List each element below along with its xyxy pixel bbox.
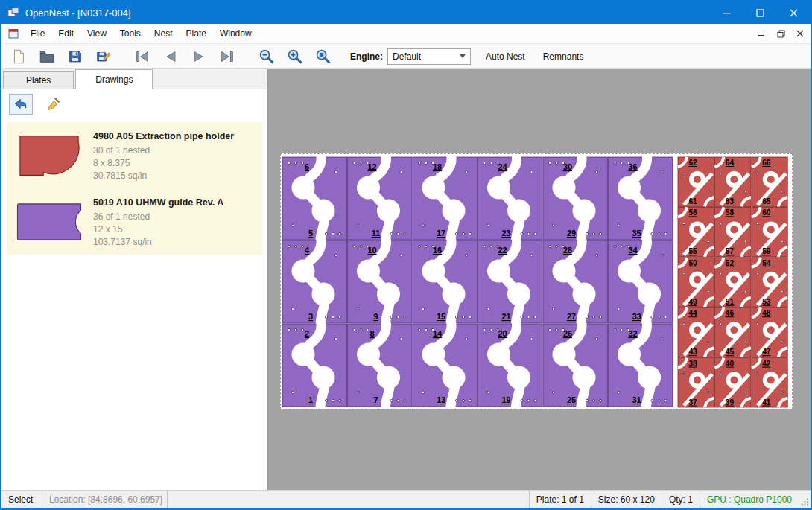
- close-button[interactable]: [777, 1, 811, 24]
- nested-part-pair[interactable]: 3635: [609, 157, 673, 240]
- zoom-in-button[interactable]: [283, 46, 305, 67]
- new-file-button[interactable]: [7, 46, 30, 67]
- drawing-list: 4980 A05 Extraction pipe holder 30 of 1 …: [7, 122, 262, 255]
- nested-part-pair[interactable]: 4241: [752, 358, 787, 407]
- nest-canvas[interactable]: 6512111817242330293635431091615222128273…: [268, 69, 811, 490]
- nested-part-pair[interactable]: 2221: [478, 240, 543, 323]
- plate[interactable]: 6512111817242330293635431091615222128273…: [280, 153, 793, 409]
- nested-part-pair[interactable]: 5251: [714, 258, 750, 307]
- part-number-label: 57: [726, 247, 735, 255]
- nested-part-pair[interactable]: 109: [348, 240, 413, 323]
- nested-part-pair[interactable]: 5857: [714, 207, 750, 256]
- tab-drawings[interactable]: Drawings: [75, 69, 153, 89]
- part-number-label: 13: [437, 395, 445, 404]
- nested-part-pair[interactable]: 2423: [478, 157, 543, 240]
- zoom-out-button[interactable]: [255, 46, 277, 67]
- engine-select[interactable]: Default: [387, 48, 471, 65]
- nested-part-pair[interactable]: 1413: [413, 324, 478, 407]
- chevron-down-icon: [460, 54, 466, 58]
- part-number-label: 32: [628, 329, 637, 338]
- nav-prev-button[interactable]: [159, 46, 182, 67]
- zoom-fit-icon: [314, 48, 332, 65]
- mdi-close-button[interactable]: [794, 28, 806, 39]
- nest-drawing[interactable]: 6512111817242330293635431091615222128273…: [281, 154, 792, 409]
- nested-part-pair[interactable]: 2019: [478, 324, 543, 407]
- maximize-button[interactable]: [743, 1, 777, 24]
- nav-first-button[interactable]: [131, 46, 153, 67]
- broom-button[interactable]: [42, 94, 66, 115]
- save-as-button[interactable]: [92, 46, 115, 67]
- nested-part-pair[interactable]: 1615: [413, 240, 478, 323]
- menu-item-file[interactable]: File: [24, 24, 51, 43]
- nested-part-pair[interactable]: 65: [282, 157, 347, 240]
- nested-part-pair[interactable]: 21: [282, 324, 347, 407]
- left-arrow-button[interactable]: [9, 94, 33, 115]
- minimize-button[interactable]: [710, 1, 743, 24]
- part-number-label: 34: [628, 246, 638, 255]
- broom-icon: [46, 97, 61, 112]
- nested-part-pair[interactable]: 3231: [609, 324, 673, 407]
- sidebar-tabs: Plates Drawings: [1, 69, 267, 89]
- nested-part-pair[interactable]: 5655: [678, 207, 714, 256]
- nested-part-pair[interactable]: 3433: [609, 240, 673, 323]
- floppy-icon: [67, 48, 83, 65]
- nested-part-pair[interactable]: 6059: [752, 207, 787, 256]
- nested-part-pair[interactable]: 6665: [752, 157, 787, 206]
- zoom-fit-button[interactable]: [311, 46, 334, 67]
- nested-part-pair[interactable]: 43: [282, 240, 347, 323]
- nested-part-pair[interactable]: 4039: [714, 358, 750, 407]
- drawing-nested-count: 30 of 1 nested: [93, 144, 234, 157]
- window-title: OpenNest - [N0317-004]: [25, 7, 131, 19]
- menu-item-window[interactable]: Window: [213, 24, 258, 43]
- nested-part-pair[interactable]: 5049: [678, 258, 714, 307]
- list-item[interactable]: 4980 A05 Extraction pipe holder 30 of 1 …: [7, 122, 262, 188]
- part-number-label: 53: [762, 298, 771, 306]
- nested-part-pair[interactable]: 3029: [543, 157, 608, 240]
- part-number-label: 35: [632, 229, 641, 238]
- mdi-restore-button[interactable]: [775, 28, 787, 39]
- nested-part-pair[interactable]: 87: [348, 324, 413, 407]
- open-file-button[interactable]: [36, 46, 58, 67]
- tab-plates[interactable]: Plates: [3, 71, 74, 89]
- nested-part-pair[interactable]: 4645: [714, 307, 750, 357]
- menu-item-edit[interactable]: Edit: [51, 24, 80, 43]
- list-item[interactable]: 5019 A10 UHMW guide Rev. A 36 of 1 neste…: [7, 188, 262, 255]
- drawing-size: 12 x 15: [93, 223, 223, 236]
- nested-part-pair[interactable]: 2625: [543, 324, 608, 407]
- remnants-button[interactable]: Remnants: [540, 49, 587, 64]
- part-number-label: 10: [367, 246, 376, 255]
- menu-item-view[interactable]: View: [80, 24, 113, 43]
- menu-item-nest[interactable]: Nest: [148, 24, 180, 43]
- part-number-label: 56: [688, 208, 697, 217]
- part-number-label: 62: [688, 159, 697, 167]
- new-file-icon: [10, 48, 27, 65]
- close-icon: [790, 9, 798, 17]
- auto-nest-button[interactable]: Auto Nest: [483, 49, 528, 64]
- nav-next-button[interactable]: [188, 46, 210, 67]
- nested-part-pair[interactable]: 5453: [752, 258, 787, 307]
- part-number-label: 48: [762, 309, 771, 317]
- menu-bar: File Edit View Tools Nest Plate Window: [1, 24, 811, 44]
- mdi-minimize-button[interactable]: [755, 28, 767, 39]
- save-button[interactable]: [64, 46, 86, 67]
- resize-grip[interactable]: [799, 491, 811, 508]
- part-number-label: 27: [567, 312, 576, 321]
- nested-part-pair[interactable]: 3837: [678, 358, 714, 407]
- nested-part-pair[interactable]: 6463: [714, 157, 750, 206]
- nested-part-pair[interactable]: 4847: [752, 307, 787, 357]
- nested-part-pair[interactable]: 1817: [413, 157, 478, 240]
- part-number-label: 47: [762, 348, 771, 356]
- nested-part-pair[interactable]: 4443: [678, 307, 714, 357]
- part-number-label: 51: [726, 298, 735, 306]
- part-number-label: 54: [762, 259, 771, 267]
- menu-item-tools[interactable]: Tools: [113, 24, 148, 43]
- document-icon: [7, 28, 19, 39]
- part-number-label: 18: [433, 162, 442, 171]
- menu-item-plate[interactable]: Plate: [180, 24, 213, 43]
- part-number-label: 6: [305, 162, 309, 171]
- nested-part-pair[interactable]: 1211: [348, 157, 413, 240]
- nav-last-button[interactable]: [216, 46, 238, 67]
- nested-part-pair[interactable]: 6261: [678, 157, 714, 206]
- part-number-label: 12: [367, 162, 376, 171]
- nested-part-pair[interactable]: 2827: [543, 240, 608, 323]
